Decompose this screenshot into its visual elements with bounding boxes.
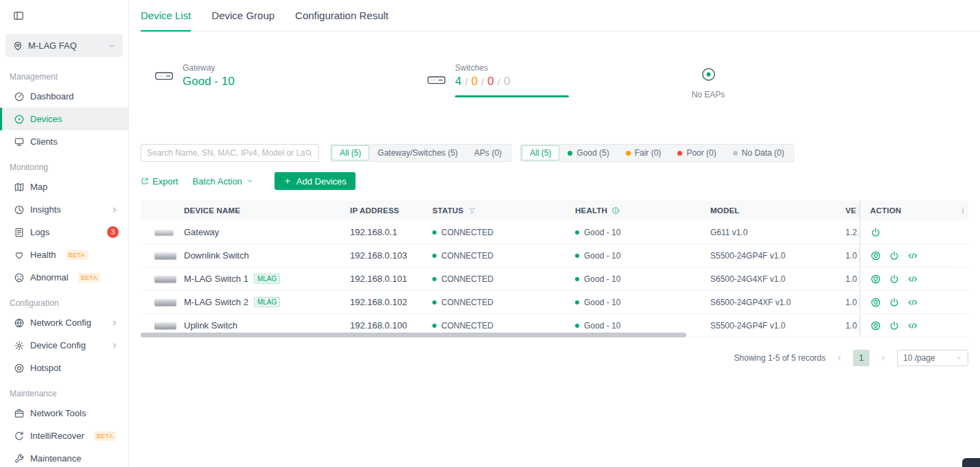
tab-configuration-result[interactable]: Configuration Result [295, 0, 388, 32]
table-row[interactable]: Gateway192.168.0.1CONNECTEDGood - 10G611… [141, 221, 968, 244]
export-label: Export [152, 176, 178, 187]
filter-health-poor-0[interactable]: Poor (0) [669, 145, 724, 160]
filter-type-gateway-switches-5[interactable]: Gateway/Switches (5) [369, 145, 466, 160]
sidebar-item-clients[interactable]: Clients [0, 130, 128, 153]
filter-health-all-5[interactable]: All (5) [522, 145, 559, 160]
table-row[interactable]: M-LAG Switch 2MLAG192.168.0.102CONNECTED… [141, 291, 968, 314]
sidebar-item-label: Hotspot [30, 363, 61, 373]
insights-icon [14, 204, 25, 215]
switches-health-counts: 4/0/0/0 [455, 75, 569, 88]
eap-summary-card[interactable]: No EAPs [681, 67, 736, 99]
power-icon[interactable] [889, 320, 900, 331]
locate-icon[interactable] [870, 274, 881, 285]
device-name[interactable]: Uplink Switch [184, 320, 237, 331]
filter-label: Gateway/Switches (5) [377, 148, 458, 158]
previous-page-icon[interactable] [835, 354, 843, 362]
health-dot [733, 151, 738, 156]
device-ip: 192.168.0.1 [350, 221, 432, 243]
table-header: DEVICE NAME IP ADDRESS STATUS HEALTH MOD… [141, 200, 968, 221]
horizontal-scrollbar[interactable] [141, 333, 686, 337]
sidebar-item-devices[interactable]: Devices [0, 108, 128, 130]
power-icon[interactable] [870, 227, 881, 238]
device-model: S6500-24GP4XF v1.0 [710, 291, 845, 313]
chat-widget[interactable] [962, 458, 980, 467]
filter-health-fair-0[interactable]: Fair (0) [618, 145, 670, 160]
device-name[interactable]: Gateway [184, 227, 219, 237]
device-model: S5500-24GP4F v1.0 [710, 244, 845, 267]
sidebar-item-abnormal[interactable]: AbnormalBETA [0, 266, 128, 289]
device-name[interactable]: M-LAG Switch 1 [184, 274, 248, 284]
eap-card-label: No EAPs [681, 90, 736, 99]
status-dot [432, 324, 436, 328]
site-selector[interactable]: M-LAG FAQ [5, 34, 123, 57]
health-dot [575, 300, 579, 304]
sidebar-item-network-config[interactable]: Network Config [0, 311, 128, 334]
cli-icon[interactable] [907, 250, 918, 261]
sidebar-item-hotspot[interactable]: Hotspot [0, 357, 128, 379]
cli-icon[interactable] [907, 274, 918, 285]
device-name[interactable]: Downlink Switch [184, 250, 249, 261]
filter-health-no-data-0[interactable]: No Data (0) [725, 145, 793, 160]
sidebar-item-intellirecover[interactable]: IntelliRecoverBETA [0, 424, 128, 447]
sidebar-item-health[interactable]: HealthBETA [0, 243, 128, 266]
clients-icon [14, 136, 25, 147]
locate-icon[interactable] [870, 320, 881, 331]
tab-device-list[interactable]: Device List [141, 0, 191, 32]
cli-icon[interactable] [907, 320, 918, 331]
sidebar-item-device-config[interactable]: Device Config [0, 334, 128, 357]
device-name[interactable]: M-LAG Switch 2 [184, 297, 248, 307]
batch-action-label: Batch Action [193, 176, 242, 187]
abnormal-icon [14, 272, 25, 283]
locate-icon[interactable] [870, 250, 881, 261]
search-icon[interactable] [305, 149, 313, 157]
filter-label: Fair (0) [635, 148, 662, 158]
sidebar-item-dashboard[interactable]: Dashboard [0, 85, 128, 108]
device-type-filter: All (5)Gateway/Switches (5)APs (0) [330, 144, 511, 162]
filter-health-good-5[interactable]: Good (5) [559, 145, 617, 160]
power-icon[interactable] [889, 274, 900, 285]
filter-icon[interactable] [468, 206, 476, 215]
gateway-summary-card[interactable]: Gateway Good - 10 [154, 63, 235, 88]
filter-label: All (5) [530, 148, 551, 158]
sidebar-item-maintenance[interactable]: Maintenance [0, 447, 128, 467]
batch-action-button[interactable]: Batch Action [193, 176, 254, 187]
chevron-down-icon [955, 355, 962, 361]
search-input[interactable] [147, 148, 305, 158]
sidebar-item-label: Health [30, 250, 56, 260]
chevron-down-icon [108, 42, 116, 50]
table-row[interactable]: M-LAG Switch 1MLAG192.168.0.101CONNECTED… [141, 267, 968, 291]
info-icon[interactable] [611, 206, 620, 215]
sidebar-item-map[interactable]: Map [0, 176, 128, 198]
count-separator: / [465, 76, 467, 88]
sidebar-item-label: Abnormal [30, 272, 69, 283]
tab-device-group[interactable]: Device Group [211, 0, 275, 32]
cli-icon[interactable] [907, 297, 918, 308]
table-row[interactable]: Downlink Switch192.168.0.103CONNECTEDGoo… [141, 244, 968, 267]
page-number[interactable]: 1 [853, 350, 870, 366]
add-devices-button[interactable]: Add Devices [275, 172, 355, 190]
filter-label: No Data (0) [742, 148, 784, 158]
sidebar-collapse-icon[interactable] [13, 10, 24, 21]
power-icon[interactable] [889, 250, 900, 261]
count-separator: / [481, 76, 484, 88]
main-content: Device ListDevice GroupConfiguration Res… [129, 0, 980, 467]
export-button[interactable]: Export [141, 176, 178, 187]
filter-type-aps-0[interactable]: APs (0) [466, 145, 510, 160]
maintenance-icon [14, 453, 25, 464]
sidebar-item-logs[interactable]: Logs3 [0, 221, 128, 243]
gateway-health-value: Good - 10 [183, 75, 235, 88]
page-size-select[interactable]: 10 /page [897, 350, 968, 366]
device-actions [860, 267, 968, 290]
devices-icon [14, 114, 25, 125]
kebab-menu-icon[interactable] [959, 206, 967, 215]
device-ip: 192.168.0.103 [350, 244, 432, 267]
power-icon[interactable] [889, 297, 900, 308]
filter-type-all-5[interactable]: All (5) [331, 145, 369, 160]
mlag-tag: MLAG [254, 274, 280, 284]
next-page-icon[interactable] [879, 354, 887, 362]
sidebar-item-label: Logs [30, 227, 49, 237]
sidebar-item-insights[interactable]: Insights [0, 198, 128, 221]
locate-icon[interactable] [870, 297, 881, 308]
switches-summary-card[interactable]: Switches 4/0/0/0 [427, 63, 569, 97]
sidebar-item-network-tools[interactable]: Network Tools [0, 402, 128, 424]
